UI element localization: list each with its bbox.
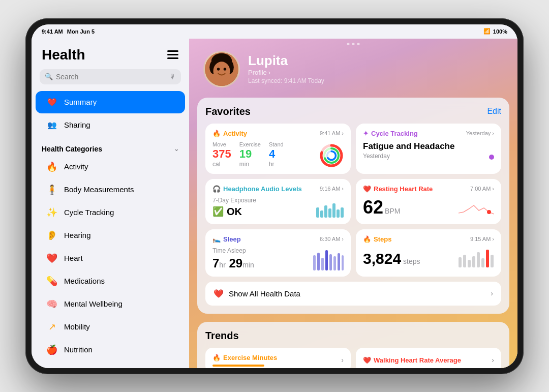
headphone-card[interactable]: 🎧 Headphone Audio Levels 9:16 AM › 7-Day… <box>205 179 351 224</box>
sleep-card-body: Time Asleep 7hr 29min <box>212 247 344 270</box>
stand-unit: hr <box>269 161 284 168</box>
headphone-card-body: 7-Day Exposure ✅ OK <box>212 197 344 218</box>
nav-item-summary[interactable]: ❤️ Summary <box>36 91 185 113</box>
ipad-frame: 9:41 AM Mon Jun 5 📶 100% Health <box>25 18 524 374</box>
svg-rect-2 <box>167 57 178 59</box>
trend-heart-info: ❤️ Walking Heart Rate Average <box>363 356 461 364</box>
steps-value: 3,824 steps <box>363 250 420 267</box>
profile-name: Lupita <box>248 53 324 69</box>
status-right: 📶 100% <box>483 28 507 35</box>
svg-point-9 <box>224 68 227 71</box>
activity-card-title: 🔥 Activity <box>212 130 247 137</box>
exposure-label: 7-Day Exposure <box>212 197 256 204</box>
app-title: Health <box>42 47 85 63</box>
move-stat: Move 375 cal <box>212 141 231 168</box>
show-all-row[interactable]: ❤️ Show All Health Data › <box>205 282 501 306</box>
sleep-value: 7hr 29min <box>212 256 254 270</box>
svg-rect-22 <box>333 256 336 270</box>
svg-rect-28 <box>472 256 475 267</box>
heart-rate-card-body: 62 BPM <box>363 197 494 218</box>
mental-label: Mental Wellbeing <box>64 299 123 308</box>
sleep-card-title: 🛌 Sleep <box>212 235 241 243</box>
steps-chart <box>459 247 494 267</box>
heart-rate-card[interactable]: ❤️ Resting Heart Rate 7:00 AM › 62 <box>356 179 501 224</box>
cycle-tracking-card[interactable]: ✦ Cycle Tracking Yesterday › Fatigue and… <box>356 124 501 174</box>
profile-link[interactable]: Profile › <box>248 69 324 76</box>
trend-exercise-info: 🔥 Exercise Minutes <box>212 354 277 367</box>
edit-button[interactable]: Edit <box>487 107 501 116</box>
nav-item-sharing[interactable]: 👥 Sharing <box>36 114 185 136</box>
steps-chevron-icon: › <box>492 236 494 242</box>
medications-label: Medications <box>64 277 105 285</box>
sidebar-item-mental-wellbeing[interactable]: 🧠 Mental Wellbeing <box>36 293 185 315</box>
trend-heart-rate-average[interactable]: ❤️ Walking Heart Rate Average › <box>356 348 501 368</box>
trend-exercise-title: 🔥 Exercise Minutes <box>212 354 277 361</box>
steps-unit: steps <box>403 257 420 265</box>
window-dots <box>347 43 360 45</box>
activity-card-body: Move 375 cal Exercise <box>212 141 344 168</box>
trends-row: 🔥 Exercise Minutes › ❤️ Walking Heart Ra… <box>205 348 501 368</box>
sidebar-item-cycle-tracking[interactable]: ✨ Cycle Tracking <box>36 201 185 224</box>
heart-rate-card-title: ❤️ Resting Heart Rate <box>363 185 433 193</box>
profile-info: Lupita Profile › Last synced: 9:41 AM To… <box>248 51 324 84</box>
activity-chevron-icon: › <box>342 130 344 136</box>
nutrition-label: Nutrition <box>64 345 93 354</box>
status-date: Mon Jun 5 <box>67 28 95 35</box>
sidebar-item-hearing[interactable]: 👂 Hearing <box>36 224 185 247</box>
heart-icon: ❤️ <box>46 96 58 108</box>
categories-header: Health Categories ⌄ <box>32 141 189 155</box>
heart-rate-card-header: ❤️ Resting Heart Rate 7:00 AM › <box>363 185 494 193</box>
steps-card-header: 🔥 Steps 9:15 AM › <box>363 235 494 243</box>
profile-chevron-icon: › <box>268 69 270 76</box>
trend-exercise-minutes[interactable]: 🔥 Exercise Minutes › <box>205 348 351 368</box>
sidebar-item-activity[interactable]: 🔥 Activity <box>36 156 185 178</box>
activity-stats: Move 375 cal Exercise <box>212 141 284 168</box>
sleep-label: Time Asleep <box>212 247 254 254</box>
activity-card[interactable]: 🔥 Activity 9:41 AM › Move <box>205 124 351 174</box>
sidebar-item-respiratory[interactable]: 🫁 Respiratory <box>36 361 185 368</box>
svg-rect-31 <box>486 250 489 267</box>
move-unit: cal <box>212 161 231 168</box>
sidebar-toggle-icon[interactable] <box>167 49 179 61</box>
body-label: Body Measurements <box>64 185 134 194</box>
trend-heart-chevron-icon: › <box>492 356 494 364</box>
search-bar[interactable]: 🔍 🎙 <box>40 69 181 84</box>
sidebar-item-mobility[interactable]: ↗ Mobility <box>36 316 185 338</box>
hearing-icon: 👂 <box>46 229 58 242</box>
avatar <box>203 51 240 87</box>
stand-value: 4 <box>269 147 284 161</box>
headphone-chevron-icon: › <box>342 186 344 192</box>
trends-section: Trends 🔥 Exercise Minutes › <box>197 322 509 368</box>
cycle-label: Cycle Tracking <box>64 208 114 217</box>
mic-icon[interactable]: 🎙 <box>169 73 176 80</box>
nav-section: ❤️ Summary 👥 Sharing <box>32 91 189 137</box>
sleep-card[interactable]: 🛌 Sleep 6:30 AM › Time Asleep <box>205 229 351 277</box>
svg-rect-18 <box>317 253 320 270</box>
cycle-main-label: Fatigue and Headache <box>363 141 454 152</box>
trends-title: Trends <box>205 330 239 342</box>
cycle-card-header: ✦ Cycle Tracking Yesterday › <box>363 130 494 137</box>
search-input[interactable] <box>56 73 166 81</box>
exercise-stat: Exercise 19 min <box>239 141 261 168</box>
trends-title-row: Trends <box>205 330 501 342</box>
svg-rect-1 <box>167 54 178 55</box>
profile-header: Lupita Profile › Last synced: 9:41 AM To… <box>189 39 517 98</box>
sidebar-item-body-measurements[interactable]: 🧍 Body Measurements <box>36 178 185 201</box>
exercise-unit: min <box>239 161 261 168</box>
sidebar-item-heart[interactable]: ❤️ Heart <box>36 247 185 269</box>
svg-rect-30 <box>481 258 484 267</box>
steps-card[interactable]: 🔥 Steps 9:15 AM › 3,824 steps <box>356 229 501 277</box>
headphone-card-header: 🎧 Headphone Audio Levels 9:16 AM › <box>212 185 344 193</box>
move-label: Move <box>212 141 231 147</box>
svg-rect-17 <box>313 255 316 270</box>
sharing-icon: 👥 <box>46 119 58 131</box>
cycle-info: Fatigue and Headache Yesterday <box>363 141 454 160</box>
sidebar-item-medications[interactable]: 💊 Medications <box>36 270 185 292</box>
favorites-title-row: Favorites Edit <box>205 106 501 117</box>
categories-list: 🔥 Activity 🧍 Body Measurements ✨ Cycle T… <box>32 155 189 368</box>
activity-card-header: 🔥 Activity 9:41 AM › <box>212 130 344 137</box>
exercise-value: 19 <box>239 147 261 161</box>
show-all-chevron-icon: › <box>491 289 493 297</box>
svg-rect-21 <box>329 254 332 270</box>
sidebar-item-nutrition[interactable]: 🍎 Nutrition <box>36 339 185 361</box>
